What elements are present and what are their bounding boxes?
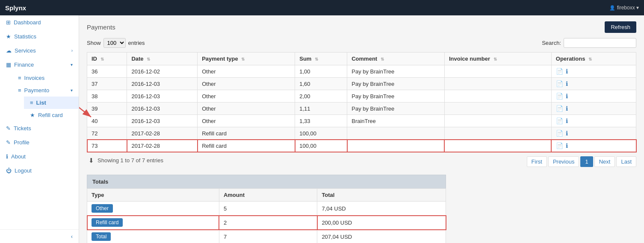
- invoice-number-cell: [444, 115, 551, 127]
- file-icon[interactable]: 📄: [556, 93, 563, 100]
- statistics-icon: ★: [6, 33, 11, 40]
- totals-amount-cell: 5: [219, 202, 317, 216]
- operations-cell: 📄ℹ: [551, 78, 636, 90]
- page-first-button[interactable]: First: [527, 156, 547, 167]
- table-row: 362016-12-02Other1,00Pay by BrainTree📄ℹ: [87, 65, 636, 78]
- export-icon[interactable]: ⬇: [89, 157, 94, 164]
- id-cell: 37: [87, 78, 127, 90]
- operations-cell: 📄ℹ: [551, 65, 636, 78]
- sum-cell: 1,60: [295, 78, 347, 90]
- refill-card-icon: ★: [30, 112, 35, 118]
- invoice-number-cell: [444, 102, 551, 115]
- comment-cell: [347, 140, 445, 152]
- sidebar-item-label: List: [36, 100, 46, 106]
- comment-cell: Pay by BrainTree: [347, 78, 445, 90]
- sidebar-item-list[interactable]: ≡ List: [24, 97, 79, 109]
- page-1-button[interactable]: 1: [580, 156, 593, 167]
- sidebar-item-services[interactable]: ☁ Services ›: [0, 44, 79, 58]
- sidebar-item-about[interactable]: ℹ About: [0, 149, 79, 164]
- sidebar-item-profile[interactable]: ✎ Profile: [0, 135, 79, 149]
- info-icon[interactable]: ℹ: [566, 130, 568, 137]
- controls-row: Show 100 25 50 entries Search:: [87, 38, 636, 48]
- sidebar-item-invoices[interactable]: ≡ Invoices: [12, 72, 79, 84]
- sort-icon-id: ⇅: [100, 57, 104, 61]
- sum-cell: 100,00: [295, 127, 347, 140]
- file-icon[interactable]: 📄: [556, 142, 563, 149]
- type-button-refill: Refill card: [92, 218, 123, 227]
- totals-col-type: Type: [87, 189, 219, 202]
- totals-row: Other57,04 USD: [87, 202, 446, 216]
- file-icon[interactable]: 📄: [556, 130, 563, 137]
- sidebar: ⊞ Dashboard ★ Statistics ☁ Services › ▦ …: [0, 15, 79, 243]
- file-icon[interactable]: 📄: [556, 68, 563, 75]
- entries-select[interactable]: 100 25 50: [103, 38, 126, 48]
- search-input[interactable]: [564, 38, 636, 48]
- invoices-icon: ≡: [18, 75, 21, 81]
- info-icon[interactable]: ℹ: [566, 117, 568, 124]
- chevron-down-icon-2: ▾: [71, 88, 73, 93]
- payments-table: ID ⇅ Date ⇅ Payment type ⇅ Sum ⇅ Comment…: [87, 52, 636, 152]
- col-id[interactable]: ID ⇅: [87, 53, 127, 65]
- refresh-button[interactable]: Refresh: [605, 21, 636, 33]
- profile-icon: ✎: [6, 139, 11, 146]
- col-operations[interactable]: Operations ⇅: [551, 53, 636, 65]
- totals-row: Refill card2200,00 USD: [87, 216, 446, 230]
- col-invoice-number[interactable]: Invoice number ⇅: [444, 53, 551, 65]
- date-cell: 2017-02-28: [127, 140, 198, 152]
- col-date[interactable]: Date ⇅: [127, 53, 198, 65]
- logout-icon: ⏻: [6, 167, 12, 174]
- info-icon[interactable]: ℹ: [566, 93, 568, 100]
- payment-type-cell: Other: [198, 90, 295, 102]
- date-cell: 2016-12-03: [127, 102, 198, 115]
- col-comment[interactable]: Comment ⇅: [347, 53, 445, 65]
- comment-cell: Pay by BrainTree: [347, 65, 445, 78]
- finance-icon: ▦: [6, 61, 11, 68]
- page-last-button[interactable]: Last: [616, 156, 636, 167]
- sidebar-item-tickets[interactable]: ✎ Tickets: [0, 121, 79, 135]
- file-icon[interactable]: 📄: [556, 105, 563, 112]
- sort-icon-operations: ⇅: [588, 57, 592, 61]
- info-icon[interactable]: ℹ: [566, 68, 568, 75]
- sort-icon-invoice: ⇅: [493, 57, 497, 61]
- comment-cell: Pay by BrainTree: [347, 102, 445, 115]
- sidebar-item-finance[interactable]: ▦ Finance ▾: [0, 58, 79, 72]
- sidebar-collapse-button[interactable]: ‹: [0, 229, 79, 243]
- sidebar-item-label: Services: [15, 47, 36, 54]
- file-icon[interactable]: 📄: [556, 80, 563, 87]
- totals-col-amount: Amount: [219, 189, 317, 202]
- sidebar-item-statistics[interactable]: ★ Statistics: [0, 29, 79, 44]
- payment-type-cell: Refill card: [198, 127, 295, 140]
- page-title: Payments: [87, 23, 115, 31]
- page-header: Payments Refresh: [87, 21, 636, 33]
- user-menu[interactable]: fireboxx ▾: [609, 5, 639, 11]
- id-cell: 39: [87, 102, 127, 115]
- info-icon[interactable]: ℹ: [566, 142, 568, 149]
- entries-label: entries: [128, 40, 145, 46]
- file-icon[interactable]: 📄: [556, 117, 563, 124]
- type-button-other: Other: [92, 204, 113, 213]
- chevron-down-icon: ▾: [71, 62, 73, 67]
- sidebar-item-refill-card[interactable]: ★ Refill card: [24, 109, 79, 121]
- type-button-total: Total: [92, 232, 111, 241]
- sidebar-item-logout[interactable]: ⏻ Logout: [0, 164, 79, 178]
- col-payment-type[interactable]: Payment type ⇅: [198, 53, 295, 65]
- sort-icon-payment-type: ⇅: [241, 57, 245, 61]
- pagination: First Previous 1 Next Last: [527, 156, 636, 167]
- sidebar-item-dashboard[interactable]: ⊞ Dashboard: [0, 15, 79, 29]
- date-cell: 2016-12-03: [127, 78, 198, 90]
- date-cell: 2016-12-03: [127, 90, 198, 102]
- page-previous-button[interactable]: Previous: [548, 156, 579, 167]
- col-sum[interactable]: Sum ⇅: [295, 53, 347, 65]
- sidebar-item-paymento[interactable]: ≡ Paymento ▾: [12, 84, 79, 97]
- sort-icon-comment: ⇅: [381, 57, 384, 61]
- info-icon[interactable]: ℹ: [566, 80, 568, 87]
- sidebar-item-label: Finance: [14, 61, 34, 68]
- info-icon[interactable]: ℹ: [566, 105, 568, 112]
- sidebar-item-label: Logout: [15, 167, 32, 174]
- operations-cell: 📄ℹ: [551, 127, 636, 140]
- page-next-button[interactable]: Next: [594, 156, 615, 167]
- invoice-number-cell: [444, 90, 551, 102]
- sidebar-item-label: Statistics: [14, 33, 36, 40]
- totals-amount-cell: 7: [219, 230, 317, 243]
- operations-cell: 📄ℹ: [551, 140, 636, 152]
